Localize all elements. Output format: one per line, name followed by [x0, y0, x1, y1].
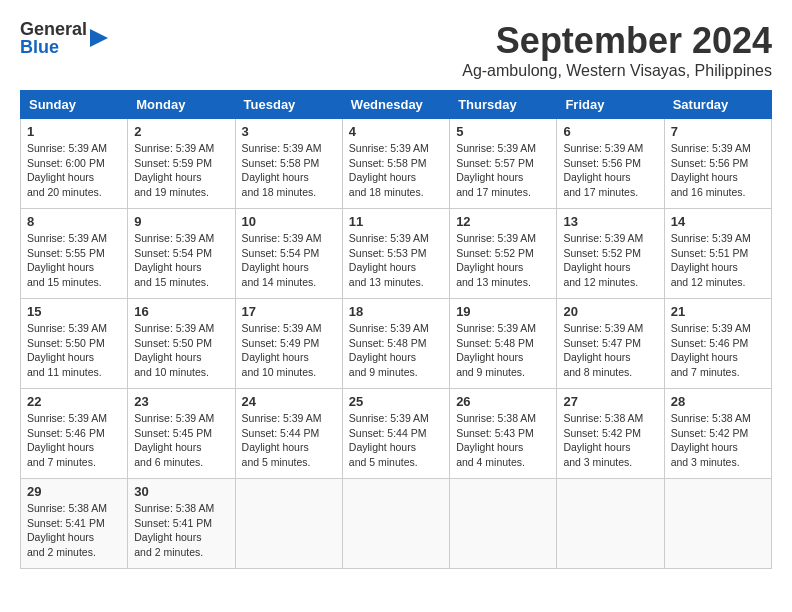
day-cell-17: 17Sunrise: 5:39 AMSunset: 5:49 PMDayligh…	[235, 299, 342, 389]
day-content: Sunrise: 5:39 AMSunset: 5:46 PMDaylight …	[671, 321, 765, 380]
day-content: Sunrise: 5:39 AMSunset: 5:50 PMDaylight …	[134, 321, 228, 380]
day-content: Sunrise: 5:39 AMSunset: 5:46 PMDaylight …	[27, 411, 121, 470]
day-cell-18: 18Sunrise: 5:39 AMSunset: 5:48 PMDayligh…	[342, 299, 449, 389]
day-number: 21	[671, 304, 765, 319]
empty-cell	[235, 479, 342, 569]
day-cell-14: 14Sunrise: 5:39 AMSunset: 5:51 PMDayligh…	[664, 209, 771, 299]
day-content: Sunrise: 5:39 AMSunset: 5:48 PMDaylight …	[456, 321, 550, 380]
day-number: 5	[456, 124, 550, 139]
day-cell-9: 9Sunrise: 5:39 AMSunset: 5:54 PMDaylight…	[128, 209, 235, 299]
day-number: 19	[456, 304, 550, 319]
day-number: 3	[242, 124, 336, 139]
day-number: 29	[27, 484, 121, 499]
week-row-1: 1Sunrise: 5:39 AMSunset: 6:00 PMDaylight…	[21, 119, 772, 209]
day-cell-21: 21Sunrise: 5:39 AMSunset: 5:46 PMDayligh…	[664, 299, 771, 389]
day-number: 12	[456, 214, 550, 229]
day-cell-10: 10Sunrise: 5:39 AMSunset: 5:54 PMDayligh…	[235, 209, 342, 299]
day-cell-29: 29Sunrise: 5:38 AMSunset: 5:41 PMDayligh…	[21, 479, 128, 569]
day-number: 27	[563, 394, 657, 409]
day-cell-19: 19Sunrise: 5:39 AMSunset: 5:48 PMDayligh…	[450, 299, 557, 389]
day-content: Sunrise: 5:39 AMSunset: 6:00 PMDaylight …	[27, 141, 121, 200]
day-content: Sunrise: 5:39 AMSunset: 5:54 PMDaylight …	[242, 231, 336, 290]
page-header: General Blue September 2024 Ag-ambulong,…	[20, 20, 772, 80]
day-content: Sunrise: 5:39 AMSunset: 5:44 PMDaylight …	[349, 411, 443, 470]
day-cell-8: 8Sunrise: 5:39 AMSunset: 5:55 PMDaylight…	[21, 209, 128, 299]
logo-line1: General	[20, 20, 87, 38]
day-number: 26	[456, 394, 550, 409]
day-content: Sunrise: 5:39 AMSunset: 5:52 PMDaylight …	[456, 231, 550, 290]
day-cell-3: 3Sunrise: 5:39 AMSunset: 5:58 PMDaylight…	[235, 119, 342, 209]
location-title: Ag-ambulong, Western Visayas, Philippine…	[462, 62, 772, 80]
header-saturday: Saturday	[664, 91, 771, 119]
day-cell-16: 16Sunrise: 5:39 AMSunset: 5:50 PMDayligh…	[128, 299, 235, 389]
day-content: Sunrise: 5:38 AMSunset: 5:41 PMDaylight …	[134, 501, 228, 560]
day-content: Sunrise: 5:39 AMSunset: 5:44 PMDaylight …	[242, 411, 336, 470]
logo: General Blue	[20, 20, 108, 56]
header-wednesday: Wednesday	[342, 91, 449, 119]
day-number: 1	[27, 124, 121, 139]
day-number: 28	[671, 394, 765, 409]
day-content: Sunrise: 5:39 AMSunset: 5:49 PMDaylight …	[242, 321, 336, 380]
day-cell-2: 2Sunrise: 5:39 AMSunset: 5:59 PMDaylight…	[128, 119, 235, 209]
day-cell-5: 5Sunrise: 5:39 AMSunset: 5:57 PMDaylight…	[450, 119, 557, 209]
header-sunday: Sunday	[21, 91, 128, 119]
day-content: Sunrise: 5:39 AMSunset: 5:51 PMDaylight …	[671, 231, 765, 290]
day-number: 11	[349, 214, 443, 229]
day-cell-24: 24Sunrise: 5:39 AMSunset: 5:44 PMDayligh…	[235, 389, 342, 479]
day-number: 15	[27, 304, 121, 319]
day-number: 10	[242, 214, 336, 229]
day-content: Sunrise: 5:39 AMSunset: 5:54 PMDaylight …	[134, 231, 228, 290]
title-block: September 2024 Ag-ambulong, Western Visa…	[462, 20, 772, 80]
day-cell-23: 23Sunrise: 5:39 AMSunset: 5:45 PMDayligh…	[128, 389, 235, 479]
day-number: 7	[671, 124, 765, 139]
day-content: Sunrise: 5:39 AMSunset: 5:55 PMDaylight …	[27, 231, 121, 290]
weekday-header-row: Sunday Monday Tuesday Wednesday Thursday…	[21, 91, 772, 119]
day-content: Sunrise: 5:39 AMSunset: 5:57 PMDaylight …	[456, 141, 550, 200]
day-cell-26: 26Sunrise: 5:38 AMSunset: 5:43 PMDayligh…	[450, 389, 557, 479]
day-content: Sunrise: 5:39 AMSunset: 5:58 PMDaylight …	[349, 141, 443, 200]
day-content: Sunrise: 5:39 AMSunset: 5:53 PMDaylight …	[349, 231, 443, 290]
day-content: Sunrise: 5:39 AMSunset: 5:48 PMDaylight …	[349, 321, 443, 380]
header-thursday: Thursday	[450, 91, 557, 119]
day-content: Sunrise: 5:39 AMSunset: 5:47 PMDaylight …	[563, 321, 657, 380]
day-number: 4	[349, 124, 443, 139]
header-tuesday: Tuesday	[235, 91, 342, 119]
header-friday: Friday	[557, 91, 664, 119]
header-monday: Monday	[128, 91, 235, 119]
day-number: 23	[134, 394, 228, 409]
day-content: Sunrise: 5:39 AMSunset: 5:58 PMDaylight …	[242, 141, 336, 200]
week-row-4: 22Sunrise: 5:39 AMSunset: 5:46 PMDayligh…	[21, 389, 772, 479]
day-cell-6: 6Sunrise: 5:39 AMSunset: 5:56 PMDaylight…	[557, 119, 664, 209]
day-number: 9	[134, 214, 228, 229]
day-number: 25	[349, 394, 443, 409]
empty-cell	[557, 479, 664, 569]
day-content: Sunrise: 5:39 AMSunset: 5:56 PMDaylight …	[671, 141, 765, 200]
day-number: 16	[134, 304, 228, 319]
day-content: Sunrise: 5:38 AMSunset: 5:43 PMDaylight …	[456, 411, 550, 470]
week-row-2: 8Sunrise: 5:39 AMSunset: 5:55 PMDaylight…	[21, 209, 772, 299]
day-content: Sunrise: 5:38 AMSunset: 5:42 PMDaylight …	[563, 411, 657, 470]
day-number: 17	[242, 304, 336, 319]
day-number: 13	[563, 214, 657, 229]
day-cell-28: 28Sunrise: 5:38 AMSunset: 5:42 PMDayligh…	[664, 389, 771, 479]
week-row-3: 15Sunrise: 5:39 AMSunset: 5:50 PMDayligh…	[21, 299, 772, 389]
day-cell-27: 27Sunrise: 5:38 AMSunset: 5:42 PMDayligh…	[557, 389, 664, 479]
day-number: 24	[242, 394, 336, 409]
day-cell-11: 11Sunrise: 5:39 AMSunset: 5:53 PMDayligh…	[342, 209, 449, 299]
empty-cell	[664, 479, 771, 569]
svg-marker-0	[90, 29, 108, 47]
day-content: Sunrise: 5:39 AMSunset: 5:52 PMDaylight …	[563, 231, 657, 290]
day-cell-1: 1Sunrise: 5:39 AMSunset: 6:00 PMDaylight…	[21, 119, 128, 209]
day-cell-12: 12Sunrise: 5:39 AMSunset: 5:52 PMDayligh…	[450, 209, 557, 299]
day-number: 8	[27, 214, 121, 229]
day-number: 14	[671, 214, 765, 229]
day-number: 22	[27, 394, 121, 409]
day-cell-7: 7Sunrise: 5:39 AMSunset: 5:56 PMDaylight…	[664, 119, 771, 209]
empty-cell	[342, 479, 449, 569]
day-content: Sunrise: 5:39 AMSunset: 5:56 PMDaylight …	[563, 141, 657, 200]
day-number: 18	[349, 304, 443, 319]
day-content: Sunrise: 5:39 AMSunset: 5:59 PMDaylight …	[134, 141, 228, 200]
day-number: 20	[563, 304, 657, 319]
calendar-table: Sunday Monday Tuesday Wednesday Thursday…	[20, 90, 772, 569]
logo-line2: Blue	[20, 38, 87, 56]
